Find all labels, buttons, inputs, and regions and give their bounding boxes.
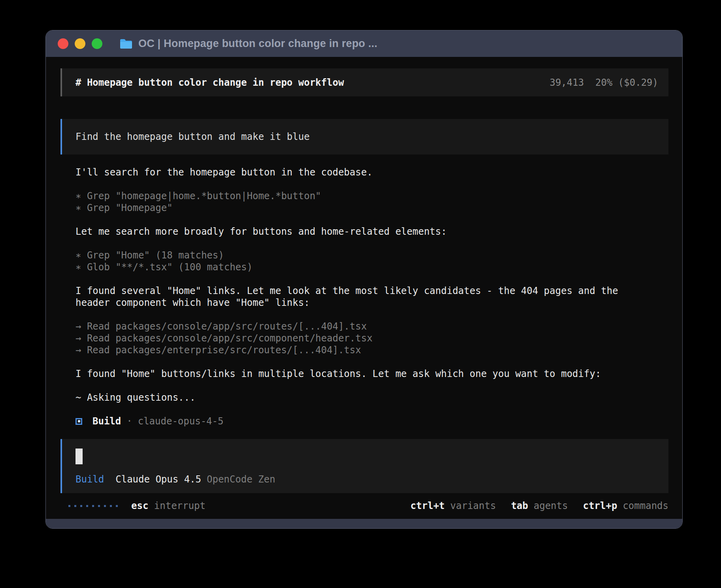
assistant-message-line: header component which have "Home" links… bbox=[75, 297, 668, 309]
tool-call-grep: ∗ Grep "Home" (18 matches) bbox=[75, 249, 668, 261]
interrupt-label: interrupt bbox=[154, 500, 206, 512]
minimize-button[interactable] bbox=[75, 38, 85, 49]
status-bar: esc interrupt ctrl+t variants tab agents… bbox=[60, 500, 668, 512]
shortcut-label: commands bbox=[623, 500, 668, 512]
composer-agent-label[interactable]: Build bbox=[75, 473, 104, 485]
traffic-lights bbox=[58, 38, 102, 49]
user-message: Find the homepage button and make it blu… bbox=[60, 119, 668, 155]
session-stats: 39,413 20% ($0.29) bbox=[549, 77, 658, 89]
tool-call-read: → Read packages/console/app/src/componen… bbox=[75, 332, 668, 344]
esc-key-hint: esc bbox=[131, 500, 148, 512]
zoom-button[interactable] bbox=[92, 38, 102, 49]
terminal-window: OC | Homepage button color change in rep… bbox=[45, 30, 683, 529]
dot-separator: · bbox=[126, 415, 132, 427]
shortcut-label: variants bbox=[450, 500, 496, 512]
token-count: 39,413 bbox=[549, 77, 584, 88]
assistant-message-line: Let me search more broadly for buttons a… bbox=[75, 226, 668, 237]
tool-call-grep: ∗ Grep "homepage|home.*button|Home.*butt… bbox=[75, 190, 668, 202]
shortcut-key: ctrl+t bbox=[410, 500, 445, 512]
spinner-dots-icon bbox=[68, 505, 118, 507]
agent-status-row: Build · claude-opus-4-5 bbox=[60, 415, 668, 427]
shortcut-commands: ctrl+p commands bbox=[583, 500, 668, 512]
tool-call-read: → Read packages/enterprise/src/routes/[.… bbox=[75, 344, 668, 356]
window-title: OC | Homepage button color change in rep… bbox=[138, 38, 377, 50]
window-titlebar[interactable]: OC | Homepage button color change in rep… bbox=[46, 30, 682, 57]
assistant-status-line: ~ Asking questions... bbox=[75, 392, 668, 403]
shortcut-key: tab bbox=[511, 500, 528, 512]
user-message-text: Find the homepage button and make it blu… bbox=[75, 131, 310, 143]
terminal-content: # Homepage button color change in repo w… bbox=[46, 57, 682, 519]
agent-name: Build bbox=[92, 415, 121, 427]
composer-provider-label: OpenCode Zen bbox=[207, 473, 275, 485]
assistant-message-line: I found "Home" buttons/links in multiple… bbox=[75, 368, 668, 380]
agent-model: claude-opus-4-5 bbox=[138, 415, 224, 427]
composer-meta: Build Claude Opus 4.5 OpenCode Zen bbox=[75, 473, 661, 485]
close-button[interactable] bbox=[58, 38, 68, 49]
session-header: # Homepage button color change in repo w… bbox=[60, 68, 668, 96]
tool-call-glob: ∗ Glob "**/*.tsx" (100 matches) bbox=[75, 261, 668, 273]
session-title: # Homepage button color change in repo w… bbox=[75, 77, 344, 89]
agent-square-icon bbox=[75, 418, 82, 425]
statusbar-shortcuts: ctrl+t variants tab agents ctrl+p comman… bbox=[395, 500, 668, 512]
text-cursor bbox=[75, 449, 83, 464]
composer-model-label[interactable]: Claude Opus 4.5 bbox=[115, 473, 201, 485]
assistant-message-line: I found several "Home" links. Let me loo… bbox=[75, 285, 668, 297]
shortcut-agents: tab agents bbox=[511, 500, 568, 512]
blue-folder-icon bbox=[119, 38, 133, 50]
window-bottom-strip bbox=[46, 519, 682, 528]
context-usage: 20% ($0.29) bbox=[595, 77, 658, 88]
shortcut-label: agents bbox=[534, 500, 568, 512]
esc-key-action bbox=[148, 500, 154, 512]
assistant-transcript: I'll search for the homepage button in t… bbox=[60, 166, 668, 403]
statusbar-left: esc interrupt bbox=[60, 500, 206, 512]
prompt-input[interactable]: Build Claude Opus 4.5 OpenCode Zen bbox=[60, 439, 668, 493]
tool-call-read: → Read packages/console/app/src/routes/[… bbox=[75, 320, 668, 332]
assistant-message-line: I'll search for the homepage button in t… bbox=[75, 166, 668, 178]
shortcut-key: ctrl+p bbox=[583, 500, 617, 512]
tool-call-grep: ∗ Grep "Homepage" bbox=[75, 202, 668, 214]
shortcut-variants: ctrl+t variants bbox=[410, 500, 496, 512]
